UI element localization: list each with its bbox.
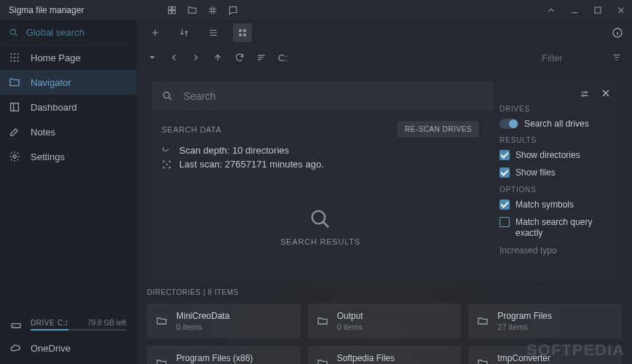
folder-card[interactable]: Program Files (x86) 28 items <box>147 346 301 364</box>
note-icon[interactable] <box>228 5 238 15</box>
folder-name: Softpedia Files <box>337 353 395 363</box>
close-panel-button[interactable] <box>600 87 612 99</box>
folder-card[interactable]: Output 0 items <box>308 304 462 339</box>
main-pane: C: SEARCH DATA RE-SCAN DRIVES Sca <box>137 20 632 364</box>
global-search-input[interactable] <box>26 27 127 38</box>
svg-point-10 <box>17 60 19 62</box>
refresh-button[interactable] <box>234 52 245 63</box>
minimize-icon[interactable] <box>569 5 580 15</box>
match-exact-checkbox[interactable] <box>499 217 510 227</box>
hash-icon[interactable] <box>208 5 218 15</box>
search-field[interactable] <box>151 82 494 111</box>
results-section-header: RESULTS <box>499 136 612 144</box>
svg-point-7 <box>17 57 19 58</box>
svg-rect-11 <box>11 103 19 111</box>
rescan-drives-button[interactable]: RE-SCAN DRIVES <box>398 121 479 138</box>
view-grid-button[interactable] <box>233 23 252 42</box>
scan-icon <box>162 159 172 170</box>
drives-section-header: DRIVES <box>499 105 612 113</box>
match-symbols-checkbox[interactable] <box>499 199 510 210</box>
folder-item-count: 0 items <box>176 323 229 331</box>
sidebar-item-dashboard[interactable]: Dashboard <box>0 95 136 119</box>
sidebar-item-settings[interactable]: Settings <box>0 144 136 169</box>
scan-depth-text: Scan depth: 10 directories <box>179 145 289 156</box>
filter-icon[interactable] <box>612 52 622 63</box>
search-icon <box>309 208 331 230</box>
folder-card[interactable]: MiniCreoData 0 items <box>147 304 301 339</box>
grid-icon <box>9 52 20 63</box>
drive-label: OneDrive <box>31 343 71 354</box>
svg-point-12 <box>13 155 16 158</box>
filter-input[interactable] <box>542 52 600 63</box>
increased-typo-label: Increased typo <box>499 245 557 257</box>
svg-rect-17 <box>239 33 242 36</box>
dropdown-icon[interactable] <box>147 52 157 63</box>
directories-header: DIRECTORIES | 8 ITEMS <box>147 288 622 296</box>
global-search[interactable] <box>0 20 136 45</box>
folder-card[interactable]: Program Files 27 items <box>468 304 622 339</box>
svg-point-2 <box>10 53 12 55</box>
maximize-icon[interactable] <box>593 5 603 15</box>
workspaces-icon[interactable] <box>167 5 177 15</box>
folder-name: Program Files (x86) <box>176 353 253 363</box>
info-icon[interactable] <box>612 27 623 39</box>
titlebar: Sigma file manager <box>0 0 632 20</box>
sidebar-item-label: Dashboard <box>31 102 77 113</box>
svg-rect-15 <box>239 29 242 32</box>
drive-usage-bar <box>31 329 126 331</box>
show-files-label: Show files <box>516 167 556 179</box>
options-toggle-icon[interactable] <box>580 89 590 99</box>
add-button[interactable] <box>146 23 165 42</box>
folder-icon <box>317 357 328 364</box>
search-results-label: SEARCH RESULTS <box>280 237 360 246</box>
sidebar-item-label: Notes <box>31 127 55 138</box>
folder-icon <box>317 315 328 327</box>
search-icon <box>9 27 19 39</box>
search-panel: SEARCH DATA RE-SCAN DRIVES Scan depth: 1… <box>147 77 622 281</box>
sidebar-item-navigator[interactable]: Navigator <box>0 70 136 95</box>
drive-local[interactable]: DRIVE C:/ 79.8 GB left <box>0 313 136 336</box>
svg-point-9 <box>14 60 15 62</box>
drive-onedrive[interactable]: OneDrive <box>0 336 136 360</box>
search-all-drives-toggle[interactable] <box>499 119 518 129</box>
folder-icon[interactable] <box>187 5 197 15</box>
svg-point-3 <box>14 53 15 55</box>
view-list-button[interactable] <box>204 23 223 42</box>
forward-button[interactable] <box>191 52 201 63</box>
menu-button[interactable] <box>256 52 266 63</box>
folder-name: Program Files <box>497 311 552 321</box>
folder-card[interactable]: tmpConverter 0 items <box>468 346 622 364</box>
back-button[interactable] <box>169 52 179 63</box>
svg-rect-16 <box>243 29 246 32</box>
toolbar-actions <box>137 20 632 45</box>
sidebar-item-label: Settings <box>31 151 65 162</box>
svg-point-4 <box>17 53 19 55</box>
search-input[interactable] <box>183 90 483 102</box>
sidebar-item-home[interactable]: Home Page <box>0 45 136 70</box>
match-exact-label: Match search query exactly <box>516 217 612 240</box>
up-button[interactable] <box>213 52 223 63</box>
show-directories-checkbox[interactable] <box>499 150 510 160</box>
folder-icon <box>156 315 167 327</box>
folder-card[interactable]: Softpedia Files 163 items <box>308 346 462 364</box>
svg-point-20 <box>164 92 170 98</box>
sidebar-item-notes[interactable]: Notes <box>0 119 136 144</box>
app-title: Sigma file manager <box>9 5 84 15</box>
svg-point-6 <box>14 57 15 58</box>
folder-icon <box>9 76 20 88</box>
show-files-checkbox[interactable] <box>499 167 510 178</box>
svg-rect-13 <box>12 324 20 328</box>
hdd-icon <box>10 319 22 331</box>
last-scan-text: Last scan: 27657171 minutes ago. <box>179 159 324 170</box>
sidebar: Home Page Navigator Dashboard Notes Sett… <box>0 20 137 364</box>
search-all-drives-label: Search all drives <box>524 119 589 129</box>
breadcrumb-path[interactable]: C: <box>278 52 288 63</box>
sidebar-item-label: Home Page <box>31 52 81 63</box>
chevron-up-icon[interactable] <box>546 5 556 15</box>
folder-icon <box>156 357 167 364</box>
folder-item-count: 27 items <box>497 323 552 331</box>
sort-button[interactable] <box>175 23 194 42</box>
svg-point-14 <box>13 325 14 326</box>
svg-point-1 <box>10 29 15 34</box>
close-icon[interactable] <box>616 5 626 15</box>
